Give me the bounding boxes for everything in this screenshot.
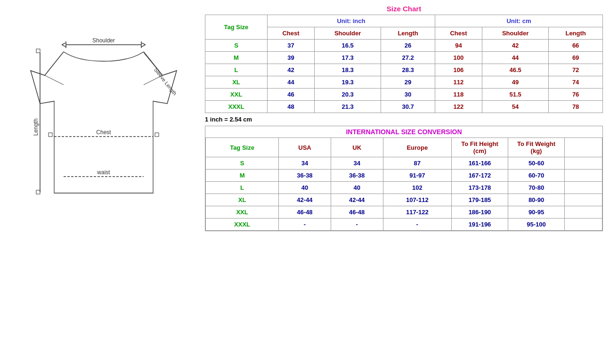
inch-length-cell: 26 xyxy=(381,40,435,52)
usa-cell: 42-44 xyxy=(279,194,331,206)
svg-rect-11 xyxy=(155,133,159,137)
europe-cell: 91-97 xyxy=(383,170,451,182)
size-chart-row: S 37 16.5 26 94 42 66 xyxy=(205,40,603,52)
height-cell: 186-190 xyxy=(452,206,508,218)
cm-shoulder-cell: 42 xyxy=(482,40,548,52)
cm-chest-header: Chest xyxy=(435,27,482,40)
svg-rect-14 xyxy=(36,49,40,53)
europe-cell: 87 xyxy=(383,157,451,170)
tag-size-header: Tag Size xyxy=(205,15,268,40)
inch-length-cell: 30.7 xyxy=(381,101,435,113)
intl-tag-cell: XXXL xyxy=(206,218,279,231)
intl-row: M 36-38 36-38 91-97 167-172 60-70 xyxy=(206,170,602,182)
uk-header: UK xyxy=(331,138,383,157)
tag-size-cell: XXXL xyxy=(205,101,268,113)
svg-rect-15 xyxy=(36,190,40,194)
unit-inch-header: Unit: inch xyxy=(267,15,435,27)
size-chart-title: Size Chart xyxy=(205,5,603,13)
intl-table: Tag Size USA UK Europe To Fit Height (cm… xyxy=(205,138,602,231)
size-chart-row: M 39 17.3 27.2 100 44 69 xyxy=(205,52,603,64)
svg-text:Chest: Chest xyxy=(96,129,111,136)
height-header: To Fit Height (cm) xyxy=(452,138,508,157)
uk-cell: 42-44 xyxy=(331,194,383,206)
right-panel: Size Chart Tag Size Unit: inch Unit: cm … xyxy=(203,5,605,231)
intl-row: XL 42-44 42-44 107-112 179-185 80-90 xyxy=(206,194,602,206)
inch-length-cell: 27.2 xyxy=(381,52,435,64)
intl-row: XXL 46-48 46-48 117-122 186-190 90-95 xyxy=(206,206,602,218)
inch-shoulder-cell: 20.3 xyxy=(314,89,381,101)
cm-shoulder-cell: 49 xyxy=(482,76,548,89)
inch-chest-cell: 37 xyxy=(267,40,314,52)
inch-shoulder-cell: 21.3 xyxy=(314,101,381,113)
empty-cell xyxy=(565,157,602,170)
empty-cell xyxy=(565,170,602,182)
empty-cell xyxy=(565,194,602,206)
europe-header: Europe xyxy=(383,138,451,157)
usa-cell: - xyxy=(279,218,331,231)
usa-cell: 40 xyxy=(279,182,331,194)
height-cell: 167-172 xyxy=(452,170,508,182)
weight-cell: 60-70 xyxy=(508,170,565,182)
inch-shoulder-cell: 19.3 xyxy=(314,76,381,89)
tag-size-cell: XL xyxy=(205,76,268,89)
cm-length-cell: 74 xyxy=(549,76,603,89)
height-cell: 161-166 xyxy=(452,157,508,170)
europe-cell: 102 xyxy=(383,182,451,194)
intl-tag-cell: XXL xyxy=(206,206,279,218)
weight-cell: 90-95 xyxy=(508,206,565,218)
empty-cell xyxy=(565,182,602,194)
cm-shoulder-cell: 46.5 xyxy=(482,64,548,76)
cm-shoulder-cell: 44 xyxy=(482,52,548,64)
intl-section: INTERNATIONAL SIZE CONVERSION Tag Size U… xyxy=(205,126,603,231)
inch-shoulder-header: Shoulder xyxy=(314,27,381,40)
usa-cell: 46-48 xyxy=(279,206,331,218)
intl-title: INTERNATIONAL SIZE CONVERSION xyxy=(205,128,602,136)
inch-chest-cell: 39 xyxy=(267,52,314,64)
inch-length-cell: 30 xyxy=(381,89,435,101)
empty-cell xyxy=(565,218,602,231)
intl-row: L 40 40 102 173-178 70-80 xyxy=(206,182,602,194)
usa-cell: 34 xyxy=(279,157,331,170)
europe-cell: 117-122 xyxy=(383,206,451,218)
empty-cell xyxy=(565,206,602,218)
inch-chest-cell: 48 xyxy=(267,101,314,113)
height-cell: 173-178 xyxy=(452,182,508,194)
intl-tag-cell: XL xyxy=(206,194,279,206)
inch-chest-header: Chest xyxy=(267,27,314,40)
svg-text:Length: Length xyxy=(33,119,39,136)
uk-cell: 46-48 xyxy=(331,206,383,218)
size-chart-row: XXL 46 20.3 30 118 51.5 76 xyxy=(205,89,603,101)
tag-size-cell: M xyxy=(205,52,268,64)
cm-chest-cell: 118 xyxy=(435,89,482,101)
intl-tag-cell: M xyxy=(206,170,279,182)
svg-rect-10 xyxy=(49,133,52,137)
svg-text:waist: waist xyxy=(97,169,110,176)
cm-shoulder-header: Shoulder xyxy=(482,27,548,40)
cm-length-cell: 66 xyxy=(549,40,603,52)
inch-length-header: Length xyxy=(381,27,435,40)
intl-tag-header: Tag Size xyxy=(206,138,279,157)
cm-length-cell: 69 xyxy=(549,52,603,64)
inch-length-cell: 29 xyxy=(381,76,435,89)
inch-chest-cell: 46 xyxy=(267,89,314,101)
cm-chest-cell: 112 xyxy=(435,76,482,89)
cm-length-header: Length xyxy=(549,27,603,40)
tag-size-cell: S xyxy=(205,40,268,52)
cm-chest-cell: 106 xyxy=(435,64,482,76)
cm-chest-cell: 122 xyxy=(435,101,482,113)
cm-chest-cell: 100 xyxy=(435,52,482,64)
weight-header: To Fit Weight (kg) xyxy=(508,138,565,157)
uk-cell: 40 xyxy=(331,182,383,194)
weight-cell: 95-100 xyxy=(508,218,565,231)
intl-tag-cell: L xyxy=(206,182,279,194)
tag-size-cell: L xyxy=(205,64,268,76)
inch-shoulder-cell: 18.3 xyxy=(314,64,381,76)
inch-shoulder-cell: 17.3 xyxy=(314,52,381,64)
cm-length-cell: 72 xyxy=(549,64,603,76)
europe-cell: 107-112 xyxy=(383,194,451,206)
height-cell: 179-185 xyxy=(452,194,508,206)
weight-cell: 70-80 xyxy=(508,182,565,194)
weight-cell: 50-60 xyxy=(508,157,565,170)
usa-header: USA xyxy=(279,138,331,157)
tag-size-cell: XXL xyxy=(205,89,268,101)
